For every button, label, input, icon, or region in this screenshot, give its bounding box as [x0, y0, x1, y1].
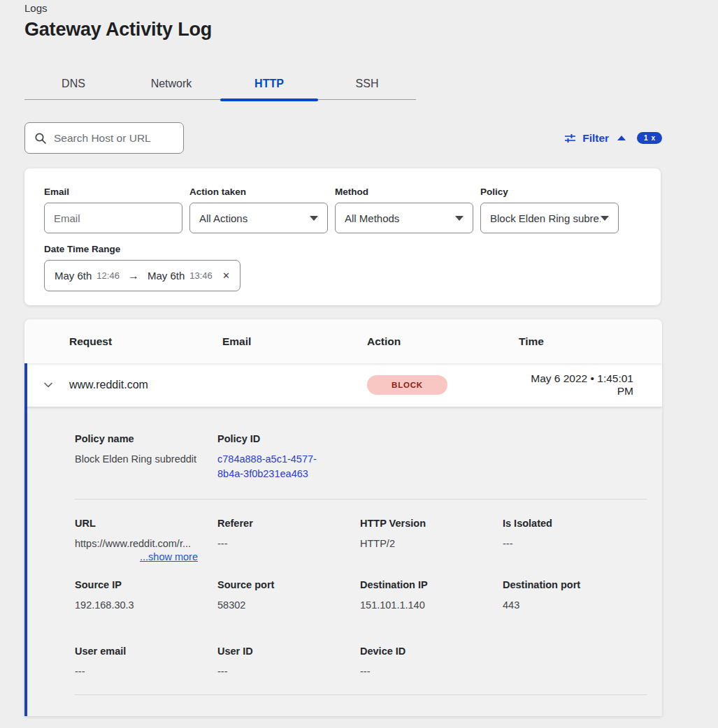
method-select[interactable]: All Methods	[335, 203, 473, 233]
time-cell: May 6 2022 • 1:45:01 PM	[519, 372, 662, 398]
detail-destination-port: Destination port 443	[503, 579, 645, 612]
chevron-down-icon	[455, 216, 464, 221]
tab-http[interactable]: HTTP	[220, 68, 318, 99]
filter-field-policy: Policy Block Elden Ring subre...	[480, 187, 619, 233]
search-box[interactable]	[24, 122, 184, 154]
start-time: 12:46	[96, 270, 120, 281]
action-taken-label: Action taken	[189, 187, 328, 197]
show-more-link[interactable]: ...show more	[75, 551, 198, 562]
filter-field-action: Action taken All Actions	[189, 187, 328, 233]
method-label: Method	[335, 187, 473, 197]
policy-id-link[interactable]: c784a888-a5c1-4577-8b4a-3f0b231ea463	[217, 452, 340, 481]
filter-field-method: Method All Methods	[335, 187, 473, 233]
chevron-down-icon	[601, 216, 609, 221]
action-taken-select[interactable]: All Actions	[189, 203, 328, 233]
detail-user-email: User email ---	[75, 646, 217, 678]
search-input[interactable]	[54, 132, 176, 145]
detail-http-version: HTTP Version HTTP/2	[360, 518, 503, 562]
expanded-log-details: Policy name Block Elden Ring subreddit P…	[24, 407, 662, 716]
filter-panel: Email Action taken All Actions Method Al…	[24, 168, 661, 305]
table-row[interactable]: www.reddit.com BLOCK May 6 2022 • 1:45:0…	[24, 363, 662, 407]
column-header-time: Time	[519, 335, 662, 348]
toolbar: Filter 1 x	[24, 122, 662, 154]
filter-count-clear-badge[interactable]: 1 x	[637, 132, 662, 144]
email-filter-input[interactable]	[44, 203, 182, 233]
detail-referer: Referer ---	[217, 518, 360, 562]
arrow-right-icon: →	[128, 270, 139, 282]
tab-dns[interactable]: DNS	[24, 68, 122, 99]
tab-bar: DNS Network HTTP SSH	[24, 68, 416, 100]
breadcrumb: Logs	[24, 2, 718, 14]
detail-is-isolated: Is Isolated ---	[503, 518, 645, 562]
detail-device-id: Device ID ---	[360, 646, 503, 678]
end-time: 13:46	[189, 270, 213, 281]
policy-select[interactable]: Block Elden Ring subre...	[480, 203, 619, 233]
chevron-up-icon	[617, 136, 626, 140]
gateway-activity-log-page: Logs Gateway Activity Log DNS Network HT…	[0, 0, 718, 716]
tab-network[interactable]: Network	[122, 68, 220, 99]
divider	[75, 694, 647, 695]
request-cell: www.reddit.com	[69, 379, 222, 391]
filter-field-email: Email	[44, 187, 182, 233]
detail-url: URL https://www.reddit.com/r... ...show …	[75, 518, 217, 562]
table-header-row: Request Email Action Time	[24, 319, 662, 363]
detail-policy-name: Policy name Block Elden Ring subreddit	[75, 433, 217, 481]
chevron-down-icon[interactable]	[42, 379, 55, 391]
filter-label: Filter	[582, 132, 609, 145]
email-filter-label: Email	[44, 187, 182, 197]
chevron-down-icon	[310, 216, 318, 221]
detail-source-ip: Source IP 192.168.30.3	[75, 579, 217, 612]
date-time-range-label: Date Time Range	[44, 244, 661, 254]
date-range-picker[interactable]: May 6th 12:46 → May 6th 13:46 ✕	[44, 260, 240, 291]
block-status-badge: BLOCK	[367, 375, 447, 395]
tab-ssh[interactable]: SSH	[318, 68, 416, 99]
detail-policy-id: Policy ID c784a888-a5c1-4577-8b4a-3f0b23…	[217, 433, 360, 481]
column-header-request: Request	[69, 335, 222, 348]
start-date: May 6th	[55, 270, 92, 282]
action-cell: BLOCK	[367, 375, 519, 395]
divider	[75, 499, 647, 500]
filter-sliders-icon	[564, 133, 576, 144]
log-table: Request Email Action Time www.reddit.com…	[24, 319, 662, 716]
policy-label: Policy	[480, 187, 619, 197]
filter-field-date-range: Date Time Range May 6th 12:46 → May 6th …	[44, 244, 661, 291]
detail-source-port: Source port 58302	[217, 579, 360, 612]
clear-date-range-icon[interactable]: ✕	[222, 270, 230, 281]
search-icon	[34, 132, 47, 145]
end-date: May 6th	[148, 270, 185, 282]
column-header-email: Email	[222, 335, 367, 348]
column-header-action: Action	[367, 335, 519, 348]
page-title: Gateway Activity Log	[24, 19, 718, 41]
detail-destination-ip: Destination IP 151.101.1.140	[360, 579, 503, 612]
detail-user-id: User ID ---	[217, 646, 360, 678]
filter-toggle[interactable]: Filter 1 x	[564, 132, 662, 145]
